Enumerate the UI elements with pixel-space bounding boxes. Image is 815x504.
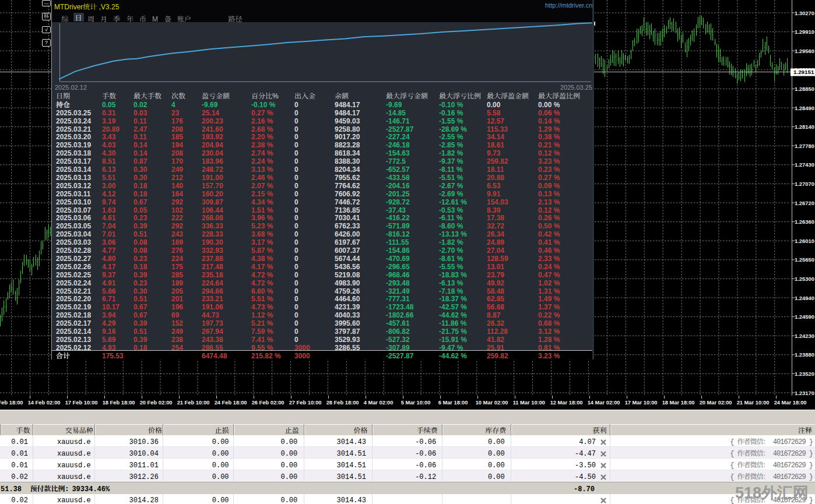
svg-text:10 Mar 02:00: 10 Mar 02:00 (476, 400, 508, 406)
svg-text:1.29910: 1.29910 (795, 29, 814, 35)
svg-text:24 Mar 18:00: 24 Mar 18:00 (774, 400, 807, 406)
svg-text:27 Feb 10:00: 27 Feb 10:00 (289, 400, 322, 406)
svg-text:14 Mar 02:00: 14 Mar 02:00 (588, 400, 620, 406)
svg-text:1.30270: 1.30270 (795, 10, 814, 16)
svg-text:1.29151: 1.29151 (793, 69, 814, 75)
svg-text:1.23520: 1.23520 (795, 371, 814, 377)
svg-text:1.26360: 1.26360 (795, 218, 814, 225)
svg-text:12 Feb 18:00: 12 Feb 18:00 (0, 400, 23, 406)
svg-text:11 Mar 10:00: 11 Mar 10:00 (513, 400, 545, 406)
svg-text:4 Mar 02:00: 4 Mar 02:00 (364, 400, 394, 406)
svg-text:24 Feb 18:00: 24 Feb 18:00 (215, 400, 247, 406)
svg-text:21 Feb 10:00: 21 Feb 10:00 (177, 400, 210, 406)
svg-text:1.23170: 1.23170 (795, 390, 814, 396)
svg-text:1.25300: 1.25300 (795, 276, 814, 282)
svg-text:1.29560: 1.29560 (795, 48, 814, 54)
svg-text:12 Mar 18:00: 12 Mar 18:00 (550, 400, 583, 406)
svg-text:28 Feb 18:00: 28 Feb 18:00 (326, 400, 359, 406)
svg-text:20 Feb 02:00: 20 Feb 02:00 (140, 400, 173, 406)
svg-text:1.27070: 1.27070 (795, 181, 814, 187)
svg-text:1.24590: 1.24590 (795, 313, 814, 320)
svg-text:1.24940: 1.24940 (795, 295, 814, 301)
svg-text:17 Mar 10:00: 17 Mar 10:00 (625, 400, 658, 406)
svg-text:20 Mar 02:00: 20 Mar 02:00 (700, 400, 732, 406)
svg-text:18 Mar 18:00: 18 Mar 18:00 (662, 400, 695, 406)
svg-text:1.27430: 1.27430 (795, 161, 814, 168)
svg-text:21 Mar 10:00: 21 Mar 10:00 (737, 400, 770, 406)
svg-text:1.28850: 1.28850 (795, 86, 814, 92)
svg-text:1.28490: 1.28490 (795, 105, 814, 111)
svg-text:1.25650: 1.25650 (795, 256, 814, 263)
svg-text:1.26720: 1.26720 (795, 200, 814, 206)
svg-text:1.24230: 1.24230 (795, 333, 814, 339)
svg-text:5 Mar 10:00: 5 Mar 10:00 (401, 400, 431, 406)
svg-text:14 Feb 02:00: 14 Feb 02:00 (28, 400, 61, 406)
svg-text:17 Feb 10:00: 17 Feb 10:00 (65, 400, 98, 406)
svg-text:6 Mar 18:00: 6 Mar 18:00 (438, 400, 468, 406)
svg-text:1.23880: 1.23880 (795, 351, 814, 358)
svg-text:18 Feb 18:00: 18 Feb 18:00 (103, 400, 135, 406)
svg-text:1.28140: 1.28140 (795, 124, 814, 130)
svg-text:1.26010: 1.26010 (795, 238, 814, 244)
svg-text:1.27780: 1.27780 (795, 143, 814, 149)
svg-text:26 Feb 02:00: 26 Feb 02:00 (252, 400, 284, 406)
